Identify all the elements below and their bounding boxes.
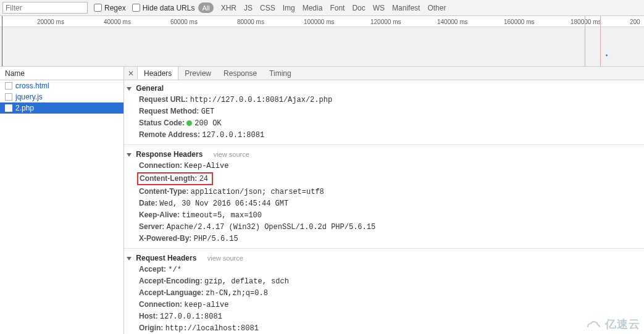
request-header-val: gzip, deflate, sdch xyxy=(204,277,289,286)
response-header-key: X-Powered-By: xyxy=(139,234,191,243)
general-status-code-val: 200 OK xyxy=(194,119,221,128)
section-request-headers[interactable]: Request Headers view source xyxy=(124,251,644,264)
timeline-tick: 120000 ms xyxy=(370,16,401,27)
filter-type-img[interactable]: Img xyxy=(283,4,295,12)
timeline-tick: 160000 ms xyxy=(504,16,534,27)
response-header-row: Server: Apache/2.4.17 (Win32) OpenSSL/1.… xyxy=(124,221,644,233)
request-header-key: Accept-Language: xyxy=(139,288,204,297)
general-remote-address-val: 127.0.0.1:8081 xyxy=(202,131,264,140)
close-details-button[interactable]: ✕ xyxy=(124,67,138,80)
timeline-tick: 20000 ms xyxy=(37,16,64,27)
request-list-panel: Name cross.htmljquery.js2.php xyxy=(0,67,124,334)
request-row-label: 2.php xyxy=(15,104,34,112)
filter-type-xhr[interactable]: XHR xyxy=(221,4,236,12)
timeline-tick: 40000 ms xyxy=(104,16,131,27)
request-list-header-name[interactable]: Name xyxy=(0,67,123,80)
request-row-label: cross.html xyxy=(15,81,49,90)
hide-data-urls-checkbox[interactable] xyxy=(132,4,140,12)
request-header-val: zh-CN,zh;q=0.8 xyxy=(206,289,268,298)
filter-input[interactable] xyxy=(2,2,88,14)
response-header-key: Content-Type: xyxy=(139,187,188,196)
tab-response[interactable]: Response xyxy=(217,67,263,80)
section-response-headers-title: Response Headers xyxy=(136,150,203,159)
response-header-key: Content-Length: xyxy=(140,174,197,183)
tab-preview[interactable]: Preview xyxy=(178,67,217,80)
response-header-row: Connection: Keep-Alive xyxy=(124,160,644,172)
filter-type-font[interactable]: Font xyxy=(330,4,345,12)
network-toolbar: Regex Hide data URLs All XHRJSCSSImgMedi… xyxy=(0,0,644,16)
response-header-val: timeout=5, max=100 xyxy=(182,211,262,220)
filter-all-pill[interactable]: All xyxy=(198,2,213,13)
response-header-row: Keep-Alive: timeout=5, max=100 xyxy=(124,209,644,221)
highlight-box: Content-Length: 24 xyxy=(137,172,213,185)
request-header-key: Connection: xyxy=(139,300,182,309)
request-header-row: Accept-Language: zh-CN,zh;q=0.8 xyxy=(124,287,644,299)
request-header-key: Accept-Encoding: xyxy=(139,277,203,285)
response-header-key: Connection: xyxy=(139,161,182,170)
section-response-headers[interactable]: Response Headers view source xyxy=(124,148,644,160)
timeline-start-marker xyxy=(2,16,2,66)
request-header-key: Accept: xyxy=(139,265,166,273)
general-request-method-key: Request Method: xyxy=(139,107,199,115)
timeline-request-dot xyxy=(606,54,608,56)
response-header-val: application/json; charset=utf8 xyxy=(191,188,324,196)
section-general-title: General xyxy=(136,84,164,93)
response-header-val: PHP/5.6.15 xyxy=(194,235,238,243)
general-status-code-key: Status Code: xyxy=(139,119,185,127)
response-header-row: X-Powered-By: PHP/5.6.15 xyxy=(124,233,644,244)
response-header-row: Date: Wed, 30 Nov 2016 06:45:44 GMT xyxy=(124,198,644,209)
filter-type-doc[interactable]: Doc xyxy=(352,4,365,12)
response-header-row: Content-Length: 24 xyxy=(124,172,644,186)
response-header-val: 24 xyxy=(199,175,208,183)
tab-headers[interactable]: Headers xyxy=(138,67,178,80)
timeline-tick: 180000 ms xyxy=(571,16,601,27)
request-row-jquery-js[interactable]: jquery.js xyxy=(0,91,123,102)
request-row-2-php[interactable]: 2.php xyxy=(0,102,123,114)
request-row-label: jquery.js xyxy=(15,93,43,101)
timeline-ruler: 20000 ms40000 ms60000 ms80000 ms100000 m… xyxy=(0,16,644,27)
response-header-key: Date: xyxy=(139,199,157,207)
response-header-val: Apache/2.4.17 (Win32) OpenSSL/1.0.2d PHP… xyxy=(167,223,375,232)
timeline-tick: 140000 ms xyxy=(437,16,467,27)
regex-label: Regex xyxy=(104,4,126,12)
request-details-panel: ✕ HeadersPreviewResponseTiming General R… xyxy=(124,67,644,334)
request-headers-view-source[interactable]: view source xyxy=(207,254,243,262)
status-ok-icon xyxy=(186,120,192,126)
timeline-overview[interactable]: 20000 ms40000 ms60000 ms80000 ms100000 m… xyxy=(0,16,644,67)
response-header-key: Keep-Alive: xyxy=(139,211,180,219)
hide-data-urls-label: Hide data URLs xyxy=(143,4,195,12)
chevron-down-icon xyxy=(127,257,132,261)
general-remote-address-key: Remote Address: xyxy=(139,130,200,139)
filter-type-js[interactable]: JS xyxy=(244,4,253,12)
filter-type-other[interactable]: Other xyxy=(427,4,446,12)
chevron-down-icon xyxy=(127,87,132,91)
regex-checkbox[interactable] xyxy=(94,4,102,12)
request-header-row: Host: 127.0.0.1:8081 xyxy=(124,311,644,322)
filter-type-ws[interactable]: WS xyxy=(373,4,385,12)
request-header-val: keep-alive xyxy=(184,301,228,309)
response-header-val: Wed, 30 Nov 2016 06:45:44 GMT xyxy=(159,199,288,208)
timeline-load-marker xyxy=(585,16,585,66)
request-row-cross-html[interactable]: cross.html xyxy=(0,80,123,91)
request-header-key: Host: xyxy=(139,312,158,320)
file-icon xyxy=(5,93,12,101)
request-header-row: Origin: http://localhost:8081 xyxy=(124,322,644,334)
timeline-tick: 80000 ms xyxy=(237,16,264,27)
response-headers-view-source[interactable]: view source xyxy=(214,151,249,158)
chevron-down-icon xyxy=(127,153,132,157)
tab-timing[interactable]: Timing xyxy=(263,67,298,80)
section-general[interactable]: General xyxy=(124,81,644,94)
timeline-tick: 200 xyxy=(630,16,640,27)
timeline-tick: 60000 ms xyxy=(170,16,198,27)
file-icon xyxy=(5,82,12,90)
timeline-domcontent-marker xyxy=(600,16,601,66)
file-icon xyxy=(5,104,12,112)
filter-type-media[interactable]: Media xyxy=(303,4,323,12)
filter-type-css[interactable]: CSS xyxy=(260,4,275,12)
close-icon: ✕ xyxy=(128,69,134,78)
filter-type-manifest[interactable]: Manifest xyxy=(392,4,420,12)
request-header-row: Connection: keep-alive xyxy=(124,299,644,311)
general-request-url-val: http://127.0.0.1:8081/Ajax/2.php xyxy=(190,96,332,104)
section-request-headers-title: Request Headers xyxy=(136,254,196,262)
response-header-key: Server: xyxy=(139,222,164,231)
